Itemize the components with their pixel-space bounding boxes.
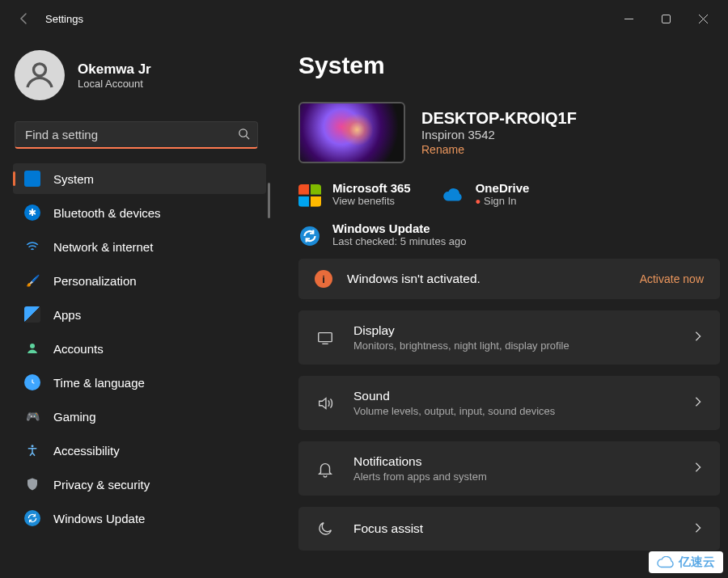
device-model: Inspiron 3542 <box>421 128 577 141</box>
maximize-icon <box>662 15 671 23</box>
sidebar-item-windows-update[interactable]: Windows Update <box>13 503 266 534</box>
back-arrow-icon <box>18 12 31 25</box>
status-m365[interactable]: Microsoft 365 View benefits <box>298 181 411 207</box>
svg-rect-8 <box>319 332 332 341</box>
sidebar-item-label: Accessibility <box>53 444 120 458</box>
status-windows-update[interactable]: Windows Update Last checked: 5 minutes a… <box>298 221 725 247</box>
sidebar-item-privacy[interactable]: Privacy & security <box>13 469 266 500</box>
sidebar-item-label: Windows Update <box>53 512 145 525</box>
search-icon <box>238 128 250 142</box>
close-icon <box>699 15 708 23</box>
sidebar-item-network[interactable]: Network & internet <box>13 231 266 262</box>
cloud-icon <box>657 556 675 569</box>
status-sub: •Sign In <box>476 195 530 207</box>
device-block: DESKTOP-KROIQ1F Inspiron 3542 Rename <box>298 102 725 163</box>
svg-line-4 <box>246 136 249 139</box>
sidebar-item-accounts[interactable]: Accounts <box>13 333 266 364</box>
window-title: Settings <box>40 13 83 25</box>
status-row: Microsoft 365 View benefits OneDrive •Si… <box>298 181 725 207</box>
sidebar-item-label: Accounts <box>53 342 104 356</box>
rename-link[interactable]: Rename <box>421 143 464 156</box>
setting-item-display[interactable]: Display Monitors, brightness, night ligh… <box>298 310 720 365</box>
display-icon <box>315 329 336 347</box>
status-title: OneDrive <box>476 181 530 195</box>
bluetooth-icon: ✱ <box>24 205 40 221</box>
profile-sub: Local Account <box>78 78 151 90</box>
search-input[interactable] <box>15 121 258 149</box>
sidebar-item-accessibility[interactable]: Accessibility <box>13 435 266 466</box>
setting-title: Display <box>353 323 569 338</box>
nav: System ✱ Bluetooth & devices Network & i… <box>13 163 271 534</box>
sidebar-scrollbar[interactable] <box>268 183 270 218</box>
status-sub: View benefits <box>332 195 411 207</box>
chevron-right-icon <box>692 331 704 344</box>
setting-sub: Volume levels, output, input, sound devi… <box>353 405 555 417</box>
sound-icon <box>315 394 336 412</box>
sidebar-item-gaming[interactable]: 🎮 Gaming <box>13 401 266 432</box>
main-content: System DESKTOP-KROIQ1F Inspiron 3542 Ren… <box>271 37 728 578</box>
close-button[interactable] <box>684 6 722 32</box>
sidebar-item-label: Personalization <box>53 274 137 288</box>
clock-icon <box>24 374 40 390</box>
apps-icon <box>24 306 40 323</box>
setting-sub: Alerts from apps and system <box>353 470 487 483</box>
svg-point-7 <box>300 226 320 246</box>
microsoft-365-icon <box>298 184 321 207</box>
minimize-button[interactable] <box>610 6 647 32</box>
sidebar: Okemwa Jr Local Account System ✱ Bluetoo… <box>0 37 271 578</box>
chevron-right-icon <box>692 522 704 536</box>
setting-item-notifications[interactable]: Notifications Alerts from apps and syste… <box>298 441 720 496</box>
setting-item-sound[interactable]: Sound Volume levels, output, input, soun… <box>298 376 720 430</box>
profile-block[interactable]: Okemwa Jr Local Account <box>13 45 271 116</box>
sidebar-item-apps[interactable]: Apps <box>13 299 266 330</box>
status-title: Microsoft 365 <box>332 181 411 195</box>
sidebar-item-system[interactable]: System <box>13 163 266 194</box>
setting-title: Sound <box>353 389 555 403</box>
device-name: DESKTOP-KROIQ1F <box>421 109 577 128</box>
watermark: 亿速云 <box>649 551 723 573</box>
minimize-icon <box>624 15 633 23</box>
svg-point-2 <box>34 64 46 76</box>
moon-icon <box>315 520 336 538</box>
setting-sub: Monitors, brightness, night light, displ… <box>353 340 569 352</box>
sidebar-item-label: Time & language <box>53 376 145 390</box>
sidebar-item-label: Apps <box>53 308 81 322</box>
search-container <box>15 121 258 149</box>
sidebar-item-label: Network & internet <box>53 240 153 254</box>
svg-rect-1 <box>662 15 670 23</box>
sidebar-item-time[interactable]: Time & language <box>13 367 266 398</box>
alert-message: Windows isn't activated. <box>347 272 480 286</box>
sidebar-item-label: Bluetooth & devices <box>53 206 161 220</box>
system-icon <box>24 171 40 187</box>
back-button[interactable] <box>8 2 40 35</box>
device-wallpaper-thumb <box>298 102 405 163</box>
person-icon <box>23 59 56 91</box>
sidebar-item-bluetooth[interactable]: ✱ Bluetooth & devices <box>13 197 266 228</box>
info-icon: i <box>315 270 332 288</box>
bell-icon <box>315 460 336 478</box>
chevron-right-icon <box>692 396 704 410</box>
maximize-button[interactable] <box>647 6 684 32</box>
avatar <box>15 50 65 100</box>
status-sub: Last checked: 5 minutes ago <box>332 235 467 247</box>
sidebar-item-label: Privacy & security <box>53 478 150 492</box>
shield-icon <box>24 476 40 492</box>
window-controls <box>610 6 722 32</box>
accounts-icon <box>24 340 40 357</box>
sidebar-item-personalization[interactable]: 🖌️ Personalization <box>13 265 266 296</box>
setting-title: Notifications <box>353 454 487 469</box>
setting-item-focus-assist[interactable]: Focus assist <box>298 507 720 551</box>
accessibility-icon <box>24 442 40 458</box>
svg-point-5 <box>30 344 35 348</box>
update-icon <box>24 510 40 526</box>
svg-point-6 <box>32 445 34 447</box>
chevron-right-icon <box>692 462 704 475</box>
sidebar-item-label: System <box>53 172 94 186</box>
profile-name: Okemwa Jr <box>78 61 151 78</box>
activation-alert[interactable]: i Windows isn't activated. Activate now <box>298 259 720 299</box>
wifi-icon <box>24 238 40 255</box>
status-onedrive[interactable]: OneDrive •Sign In <box>442 181 530 207</box>
status-title: Windows Update <box>332 221 467 235</box>
svg-point-3 <box>239 129 247 137</box>
activate-now-link[interactable]: Activate now <box>640 272 704 285</box>
